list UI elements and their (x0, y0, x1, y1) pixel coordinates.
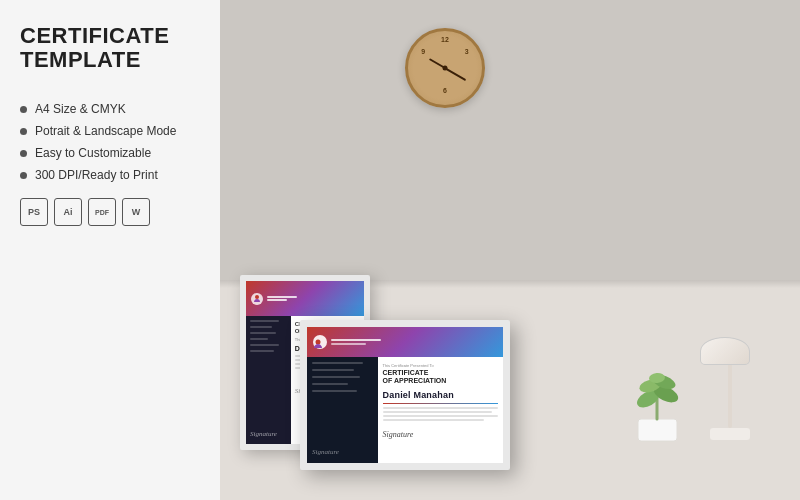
dark-text-line (312, 376, 360, 378)
certificate-frame-landscape: Signature This Certificate Presented To … (300, 320, 510, 470)
desk-lamp (700, 310, 760, 440)
company-line-1 (331, 339, 381, 341)
body-line (383, 411, 493, 413)
company-line-2 (331, 343, 366, 345)
cert-front-logo-icon (313, 335, 327, 349)
signature-text: Signature (250, 430, 277, 438)
cert-sig-area: Signature (250, 418, 287, 440)
dark-text-line (312, 362, 363, 364)
signature-landscape-right: Signature (383, 430, 414, 439)
svg-point-0 (255, 295, 259, 299)
feature-item: 300 DPI/Ready to Print (20, 168, 200, 182)
wall-clock: 12 3 6 9 (405, 28, 485, 108)
feature-text: Easy to Customizable (35, 146, 151, 160)
cert-landscape-recipient: Daniel Manahan (383, 390, 498, 400)
software-icons-row: PS Ai PDF W (20, 198, 200, 226)
text-line (250, 344, 279, 346)
lamp-shade (700, 337, 750, 365)
bullet-icon (20, 150, 27, 157)
clock-9: 9 (421, 48, 425, 55)
photoshop-icon: PS (20, 198, 48, 226)
cert-landscape-left: Signature (307, 357, 378, 463)
cert-company-name (267, 296, 297, 301)
feature-item: Potrait & Landscape Mode (20, 124, 200, 138)
dark-text-line (312, 383, 348, 385)
wall-background (220, 0, 800, 290)
feature-item: Easy to Customizable (20, 146, 200, 160)
word-icon: W (122, 198, 150, 226)
lamp-assembly (700, 310, 760, 440)
cert-landscape-sig-left: Signature (312, 440, 373, 458)
bullet-icon (20, 128, 27, 135)
illustrator-icon: Ai (54, 198, 82, 226)
cert-landscape-right: This Certificate Presented To CERTIFICAT… (378, 357, 503, 463)
feature-text: 300 DPI/Ready to Print (35, 168, 158, 182)
signature-landscape-left: Signature (312, 448, 339, 456)
body-line (383, 419, 485, 421)
page: CERTIFICATE TEMPLATE A4 Size & CMYK Potr… (0, 0, 800, 500)
text-line (250, 338, 268, 340)
dark-text-line (312, 390, 357, 392)
plant-svg (630, 354, 685, 444)
title-sub: TEMPLATE (20, 48, 200, 72)
divider (383, 403, 498, 404)
bullet-icon (20, 172, 27, 179)
clock-12: 12 (441, 36, 449, 43)
cert-logo-icon (251, 293, 263, 305)
decorative-plant (630, 354, 685, 448)
cert-landscape-inner: Signature This Certificate Presented To … (307, 327, 503, 463)
cert-front-company-block (331, 339, 381, 345)
body-line (383, 407, 498, 409)
left-panel: CERTIFICATE TEMPLATE A4 Size & CMYK Potr… (0, 0, 220, 500)
cert-landscape-body: Signature This Certificate Presented To … (307, 357, 503, 463)
bullet-icon (20, 106, 27, 113)
clock-center-dot (443, 66, 448, 71)
text-line (250, 326, 272, 328)
title-block: CERTIFICATE TEMPLATE (20, 24, 200, 72)
text-line (250, 332, 276, 334)
clock-minute-hand (445, 67, 467, 80)
text-line (250, 320, 279, 322)
body-line (383, 415, 498, 417)
features-list: A4 Size & CMYK Potrait & Landscape Mode … (20, 102, 200, 182)
lamp-base (710, 428, 750, 440)
cert-presented-label: This Certificate Presented To (383, 363, 498, 368)
svg-rect-2 (638, 419, 677, 441)
svg-point-1 (316, 340, 321, 345)
acrobat-icon: PDF (88, 198, 116, 226)
clock-3: 3 (465, 48, 469, 55)
title-main: CERTIFICATE (20, 24, 200, 48)
cert-portrait-header (246, 281, 364, 316)
feature-item: A4 Size & CMYK (20, 102, 200, 116)
clock-6: 6 (443, 86, 447, 93)
dark-text-line (312, 369, 354, 371)
cert-portrait-left: Signature (246, 316, 291, 444)
text-line (250, 350, 274, 352)
cert-landscape-title: CERTIFICATEOF APPRECIATION (383, 369, 498, 386)
feature-text: A4 Size & CMYK (35, 102, 126, 116)
cert-landscape-header (307, 327, 503, 357)
clock-face: 12 3 6 9 (411, 34, 479, 102)
feature-text: Potrait & Landscape Mode (35, 124, 176, 138)
cert-landscape-sig-right: Signature (383, 423, 498, 441)
right-panel: 12 3 6 9 (220, 0, 800, 500)
